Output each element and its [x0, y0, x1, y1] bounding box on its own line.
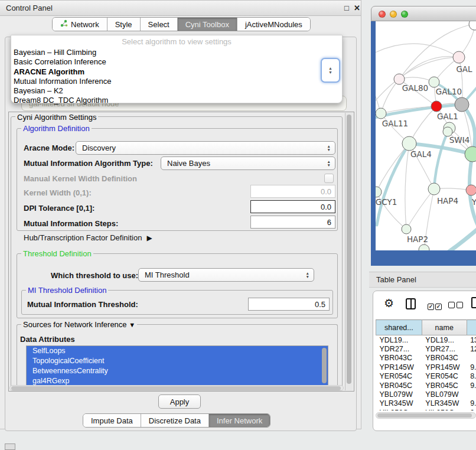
network-edge: [381, 79, 399, 113]
mi-type-combobox[interactable]: Naive Bayes ▲▼: [161, 156, 335, 170]
column-header[interactable]: [467, 320, 476, 335]
table-cell: 9.: [467, 363, 476, 371]
table-row[interactable]: YLR345WYLR345W9.: [376, 399, 476, 408]
attribute-item[interactable]: TopologicalCoefficient: [27, 356, 328, 366]
attribute-item[interactable]: SelfLoops: [27, 346, 328, 356]
manual-kernel-label: Manual Kernel Width Definition: [24, 174, 137, 183]
tab-style[interactable]: Style: [107, 18, 141, 31]
checked-checkboxes-icon[interactable]: ✓✓: [428, 300, 442, 311]
tab-discretize-data[interactable]: Discretize Data: [141, 414, 209, 427]
hub-definition-toggle[interactable]: Hub/Transcription Factor Definition▶: [24, 233, 152, 242]
table-cell: 9.: [467, 399, 476, 408]
zoom-traffic-light-icon[interactable]: [401, 11, 408, 18]
network-edge-thick: [434, 132, 448, 189]
algorithm-option[interactable]: ARACNE Algorithm: [11, 67, 342, 77]
control-panel-titlebar: Control Panel □ ✕: [0, 1, 361, 16]
tab-label: jActiveMNodules: [245, 20, 302, 29]
column-header[interactable]: shared...: [376, 320, 422, 335]
algorithm-option[interactable]: Basic Correlation Inference: [11, 57, 342, 67]
threshold-title: Threshold Definition: [21, 249, 93, 258]
network-canvas[interactable]: GALGAL80GAL10GAL1GAL11SWI4GAL4GCY1HAP4YH…: [376, 21, 476, 250]
manual-kernel-checkbox[interactable]: [324, 174, 334, 183]
table-row[interactable]: YPR145WYPR145W9.: [376, 363, 476, 371]
apply-button-label: Apply: [170, 397, 190, 406]
cyni-settings-title: Cyni Algorithm Settings: [15, 113, 98, 122]
which-threshold-combobox[interactable]: MI Threshold ▲▼: [138, 268, 314, 282]
focused-spinner-fragment[interactable]: ▲ ▼: [321, 58, 340, 83]
tab-select[interactable]: Select: [141, 18, 178, 31]
network-node[interactable]: [376, 108, 386, 119]
table-cell: YLR345W: [422, 399, 467, 408]
attribute-item[interactable]: BetweennessCentrality: [27, 366, 328, 376]
sources-title[interactable]: Sources for Network Inference ▼: [21, 320, 137, 329]
tab-infer-network[interactable]: Infer Network: [209, 414, 270, 427]
table-row[interactable]: YBR043CYBR043C: [376, 354, 476, 363]
file-icon[interactable]: [471, 297, 476, 308]
network-node[interactable]: [376, 187, 382, 197]
mi-threshold-field[interactable]: 0.5: [248, 298, 330, 311]
algorithm-option[interactable]: Bayesian – Hill Climbing: [11, 48, 342, 57]
network-node[interactable]: [431, 101, 442, 112]
network-node[interactable]: [402, 224, 411, 234]
table-row[interactable]: YDR27...YDR27...12: [376, 344, 476, 353]
network-node[interactable]: [428, 183, 440, 195]
table-row[interactable]: YER054CYER054C8.: [376, 372, 476, 381]
collapse-down-icon: ▼: [129, 321, 135, 328]
table-panel-header: Table Panel: [369, 272, 476, 288]
aracne-mode-combobox[interactable]: Discovery ▲▼: [76, 141, 335, 155]
float-window-icon[interactable]: □: [344, 1, 349, 15]
kernel-width-label: Kernel Width (0,1):: [24, 188, 92, 197]
tab-impute-data[interactable]: Impute Data: [83, 414, 141, 427]
table-row[interactable]: YBL079WYBL079W: [376, 390, 476, 399]
dpi-tolerance-field[interactable]: 0.0: [250, 200, 335, 213]
table-cell: 9: [467, 408, 476, 410]
tab-network[interactable]: Network: [53, 18, 107, 31]
network-node[interactable]: [466, 185, 476, 195]
table-cell: YBR043C: [376, 354, 422, 363]
network-node[interactable]: [429, 77, 439, 87]
kernel-width-field[interactable]: 0.0: [250, 185, 335, 198]
tab-label: Select: [148, 20, 169, 29]
apply-button[interactable]: Apply: [158, 394, 201, 409]
settings-horizontal-scrollbar[interactable]: [9, 385, 344, 391]
table-cell: 13: [467, 335, 476, 345]
settings-vertical-scrollbar[interactable]: [345, 113, 353, 390]
split-columns-icon[interactable]: [406, 298, 416, 309]
algorithm-option[interactable]: Dream8 DC_TDC Algorithm: [11, 96, 342, 105]
network-node[interactable]: [419, 244, 429, 250]
table-horizontal-scrollbar[interactable]: [376, 412, 476, 419]
table-row[interactable]: YIL052CYIL052C9: [376, 408, 476, 410]
data-attributes-list[interactable]: SelfLoopsTopologicalCoefficientBetweenne…: [26, 345, 328, 386]
column-header[interactable]: name: [422, 320, 467, 335]
network-node[interactable]: [453, 51, 465, 63]
node-label: GAL10: [436, 87, 462, 96]
network-node[interactable]: [402, 136, 416, 151]
tab-cyni-toolbox[interactable]: Cyni Toolbox: [178, 18, 237, 31]
table-cell: YER054C: [376, 372, 422, 381]
attributes-scrollbar[interactable]: [321, 347, 327, 386]
node-label: GAL80: [402, 83, 428, 93]
unchecked-checkboxes-icon[interactable]: [448, 300, 463, 311]
table-panel-title: Table Panel: [376, 272, 416, 288]
tab-jactivemnodules[interactable]: jActiveMNodules: [237, 18, 310, 31]
attribute-item[interactable]: gal4RGexp: [27, 376, 328, 386]
table-row[interactable]: YBR045CYBR045C9.: [376, 381, 476, 390]
minimize-traffic-light-icon[interactable]: [390, 11, 397, 18]
table-cell: 9.: [467, 381, 476, 390]
algorithm-dropdown-popup: Select algorithm to view settings Bayesi…: [11, 35, 343, 103]
top-tab-bar: NetworkStyleSelectCyni ToolboxjActiveMNo…: [52, 17, 311, 31]
table-viewport: shared...name YDL19...YDL19...13YDR27...…: [376, 319, 476, 410]
table-cell: YIL052C: [422, 408, 467, 410]
close-icon[interactable]: ✕: [354, 1, 360, 15]
close-traffic-light-icon[interactable]: [379, 11, 386, 18]
network-node[interactable]: [455, 97, 469, 112]
table-row[interactable]: YDL19...YDL19...13: [376, 335, 476, 345]
bottom-left-button-fragment[interactable]: [5, 444, 15, 450]
algorithm-option[interactable]: Mutual Information Inference: [11, 77, 342, 86]
algorithm-option[interactable]: Bayesian – K2: [11, 86, 342, 96]
table-cell: YER054C: [422, 372, 467, 381]
mi-steps-field[interactable]: 6: [250, 216, 335, 229]
settings-gear-icon[interactable]: ⚙: [384, 296, 394, 310]
network-node[interactable]: [469, 21, 476, 30]
network-window-titlebar[interactable]: [371, 6, 476, 21]
